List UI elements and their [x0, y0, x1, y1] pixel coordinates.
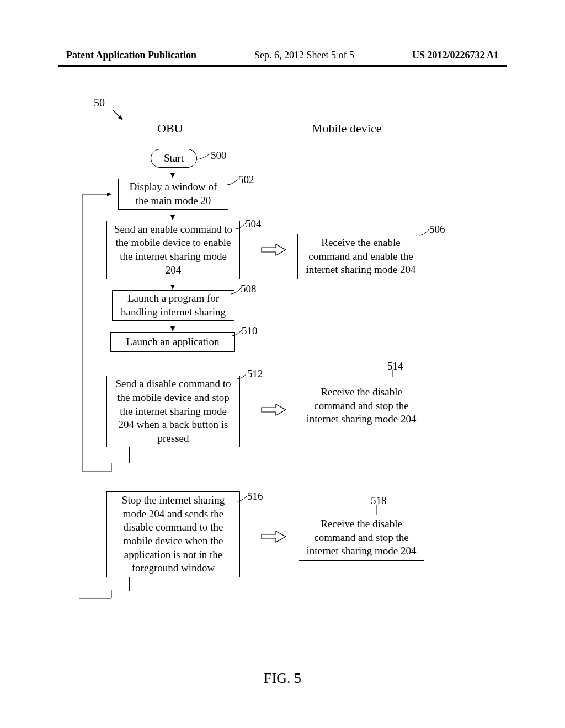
ref-leader-508-icon	[230, 286, 243, 295]
flowchart-diagram: 50 OBU Mobile device Start 500 Display a…	[0, 97, 565, 728]
step-518-box: Receive the disable command and stop the…	[299, 515, 424, 561]
step-508-box: Launch a program for handling internet s…	[112, 290, 234, 321]
start-node: Start	[151, 149, 197, 168]
ref-leader-518-icon	[373, 505, 380, 516]
step-510-box: Launch an application	[110, 332, 235, 352]
ref-num-504: 504	[246, 218, 262, 230]
ref-leader-506-icon	[418, 227, 431, 237]
stub-516-down-icon	[129, 577, 130, 591]
ref-num-512: 512	[247, 368, 263, 380]
arrow-500-to-502-icon	[173, 168, 173, 178]
ref-num-516: 516	[247, 490, 263, 502]
ref-num-506: 506	[429, 223, 445, 235]
arrow-504-to-508-icon	[173, 279, 173, 289]
ref-50-label: 50	[94, 97, 105, 109]
page-header: Patent Application Publication Sep. 6, 2…	[0, 50, 565, 61]
big-arrow-516-to-518-icon	[260, 530, 287, 543]
stub-512-down-icon	[129, 447, 130, 463]
ref-num-502: 502	[238, 174, 254, 186]
step-506-box: Receive the enable command and enable th…	[297, 234, 424, 279]
ref-leader-514-icon	[390, 370, 396, 378]
arrow-502-to-504-icon	[173, 210, 173, 220]
ref-num-510: 510	[242, 325, 258, 337]
header-patent-number: US 2012/0226732 A1	[412, 50, 499, 61]
ref-leader-502-icon	[226, 177, 241, 186]
ref-leader-500-icon	[195, 152, 212, 162]
ref-50-arrow-icon	[110, 108, 127, 124]
step-504-box: Send an enable command to the mobile dev…	[106, 221, 240, 279]
arrow-508-to-510-icon	[173, 321, 173, 331]
step-514-box: Receive the disable command and stop the…	[299, 376, 424, 436]
figure-label: FIG. 5	[0, 670, 565, 687]
header-sheet-info: Sep. 6, 2012 Sheet 5 of 5	[254, 50, 354, 61]
column-header-mobile: Mobile device	[312, 121, 381, 136]
big-arrow-504-to-506-icon	[260, 243, 287, 256]
loop-516-back-icon	[77, 193, 116, 601]
column-header-obu: OBU	[157, 121, 183, 136]
ref-leader-516-icon	[236, 494, 249, 502]
ref-num-500: 500	[211, 149, 227, 162]
ref-leader-510-icon	[231, 328, 244, 337]
step-516-box: Stop the internet sharing mode 204 and s…	[106, 491, 240, 577]
step-512-box: Send a disable command to the mobile dev…	[106, 376, 240, 447]
step-502-box: Display a window of the main mode 20	[118, 179, 228, 210]
header-divider	[58, 65, 507, 67]
ref-leader-512-icon	[236, 371, 249, 380]
ref-leader-504-icon	[234, 221, 248, 230]
big-arrow-512-to-514-icon	[260, 403, 287, 416]
header-publication-label: Patent Application Publication	[66, 50, 196, 61]
ref-num-508: 508	[241, 283, 257, 295]
